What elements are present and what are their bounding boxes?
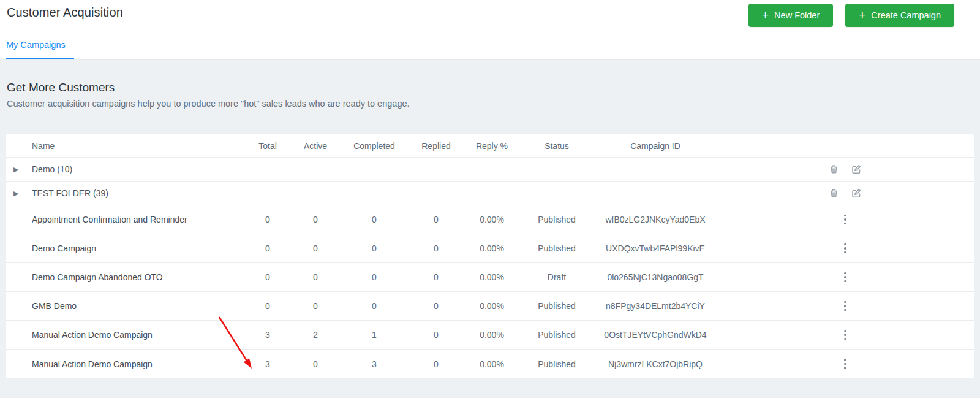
tab-my-campaigns[interactable]: My Campaigns (6, 40, 74, 59)
campaign-active: 0 (296, 301, 334, 311)
edit-folder-button[interactable] (851, 164, 861, 174)
new-folder-button-label: New Folder (774, 10, 820, 20)
trash-icon (829, 188, 839, 198)
campaign-name[interactable]: GMB Demo (32, 301, 239, 311)
row-menu-button[interactable] (839, 270, 851, 285)
section-description: Customer acquisition campaigns help you … (7, 99, 973, 109)
kebab-icon (844, 243, 846, 246)
row-menu-button[interactable] (839, 241, 851, 256)
campaign-status: Published (526, 243, 588, 253)
campaign-row: Manual Action Demo Campaign 3 2 1 0 0.00… (6, 321, 974, 350)
campaign-row: Demo Campaign 0 0 0 0 0.00% Published UX… (6, 234, 974, 263)
create-campaign-button[interactable]: + Create Campaign (845, 4, 954, 27)
campaign-total: 3 (239, 359, 296, 369)
campaign-completed: 0 (334, 272, 414, 282)
column-header-total: Total (239, 141, 296, 151)
column-header-campaign-id: Campaign ID (588, 141, 723, 151)
campaign-replied: 0 (414, 301, 458, 311)
campaign-completed: 0 (334, 243, 414, 253)
column-header-replied: Replied (414, 141, 458, 151)
campaign-completed: 0 (334, 301, 414, 311)
campaign-completed: 1 (334, 330, 414, 340)
campaign-active: 0 (296, 359, 334, 369)
campaign-id: wfB0zLG2JNKcyYad0EbX (588, 215, 723, 224)
table-body: ▶ Demo (10) ▶ TEST FOLDER (39) (6, 158, 974, 378)
campaign-name[interactable]: Demo Campaign Abandoned OTO (32, 272, 239, 282)
header-actions: + New Folder + Create Campaign (748, 4, 954, 27)
campaign-active: 0 (296, 272, 334, 282)
campaign-status: Published (526, 301, 588, 311)
campaign-id: Nj3wmrzLKCxt7OjbRipQ (588, 359, 723, 369)
edit-folder-button[interactable] (851, 188, 861, 198)
folder-row[interactable]: ▶ Demo (10) (6, 158, 974, 182)
campaign-status: Draft (526, 272, 588, 282)
expand-folder-icon[interactable]: ▶ (6, 166, 32, 173)
campaign-reply-pct: 0.00% (458, 301, 526, 311)
trash-icon (829, 164, 839, 174)
delete-folder-button[interactable] (829, 188, 839, 198)
table-header-row: Name Total Active Completed Replied Repl… (6, 134, 974, 158)
kebab-icon (844, 330, 846, 332)
row-menu-button[interactable] (839, 212, 851, 228)
delete-folder-button[interactable] (829, 164, 839, 174)
campaign-row: Appointment Confirmation and Reminder 0 … (6, 205, 974, 234)
campaign-name[interactable]: Manual Action Demo Campaign (32, 359, 239, 369)
campaign-id: n8FPgy34DELmt2b4YCiY (588, 301, 723, 311)
create-campaign-button-label: Create Campaign (871, 10, 941, 20)
edit-icon (851, 188, 861, 198)
campaign-row: Demo Campaign Abandoned OTO 0 0 0 0 0.00… (6, 263, 974, 292)
campaign-replied: 0 (414, 272, 458, 282)
top-header: Customer Acquisition + New Folder + Crea… (0, 0, 980, 60)
campaign-replied: 0 (414, 215, 458, 224)
campaign-id: 0lo265NjC13Ngao08GgT (588, 272, 723, 282)
campaign-id: UXDQxvTwb4FAPl99KivE (588, 243, 723, 253)
campaign-total: 0 (239, 215, 296, 224)
column-header-active: Active (296, 141, 334, 151)
new-folder-button[interactable]: + New Folder (748, 4, 833, 27)
campaign-name[interactable]: Manual Action Demo Campaign (32, 330, 239, 340)
campaign-total: 0 (239, 243, 296, 253)
folder-name[interactable]: Demo (10) (32, 164, 821, 174)
campaign-name[interactable]: Appointment Confirmation and Reminder (32, 215, 239, 224)
campaign-status: Published (526, 359, 588, 369)
campaign-total: 0 (239, 272, 296, 282)
page-body: Get More Customers Customer acquisition … (0, 81, 980, 378)
kebab-icon (844, 359, 846, 361)
campaign-total: 0 (239, 301, 296, 311)
campaign-active: 0 (296, 215, 334, 224)
kebab-icon (844, 272, 846, 275)
expand-folder-icon[interactable]: ▶ (6, 190, 32, 197)
campaign-completed: 0 (334, 215, 414, 224)
campaign-replied: 0 (414, 359, 458, 369)
section-title: Get More Customers (7, 81, 973, 94)
kebab-icon (844, 215, 846, 217)
folder-name[interactable]: TEST FOLDER (39) (32, 188, 821, 198)
campaigns-table: Name Total Active Completed Replied Repl… (6, 134, 974, 378)
column-header-completed: Completed (334, 141, 414, 151)
section-header: Get More Customers Customer acquisition … (7, 81, 973, 109)
page-title: Customer Acquisition (7, 4, 123, 20)
campaign-total: 3 (239, 330, 296, 340)
row-menu-button[interactable] (839, 299, 851, 314)
folder-row[interactable]: ▶ TEST FOLDER (39) (6, 182, 974, 205)
campaign-id: 0OstTJEYtVCphGndWkD4 (588, 330, 723, 340)
campaign-reply-pct: 0.00% (458, 359, 526, 369)
campaign-reply-pct: 0.00% (458, 330, 526, 340)
row-menu-button[interactable] (839, 327, 851, 343)
campaign-reply-pct: 0.00% (458, 272, 526, 282)
campaign-row: Manual Action Demo Campaign 3 0 3 0 0.00… (6, 350, 974, 378)
campaign-reply-pct: 0.00% (458, 243, 526, 253)
tab-bar: My Campaigns (6, 39, 74, 59)
campaign-completed: 3 (334, 359, 414, 369)
campaign-status: Published (526, 330, 588, 340)
campaign-reply-pct: 0.00% (458, 215, 526, 224)
column-header-status: Status (526, 141, 588, 151)
row-menu-button[interactable] (839, 356, 851, 372)
plus-icon: + (859, 9, 865, 21)
campaign-row: GMB Demo 0 0 0 0 0.00% Published n8FPgy3… (6, 292, 974, 321)
campaign-active: 2 (296, 330, 334, 340)
campaign-name[interactable]: Demo Campaign (32, 243, 239, 253)
campaign-replied: 0 (414, 330, 458, 340)
column-header-reply-pct: Reply % (458, 141, 526, 151)
edit-icon (851, 164, 861, 174)
